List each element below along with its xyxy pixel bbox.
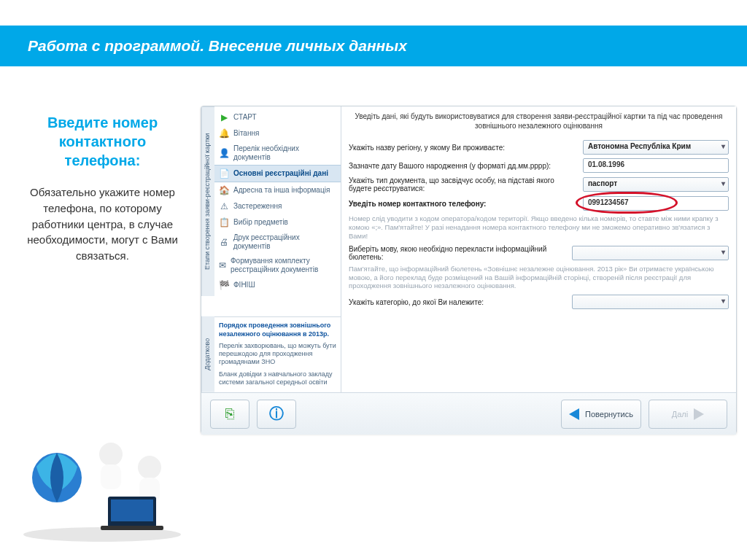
sidebar-item-warnings[interactable]: ⚠Застереження xyxy=(214,198,341,214)
svg-point-2 xyxy=(99,443,123,466)
info-icon: ⓘ xyxy=(269,404,284,424)
warning-icon: ⚠ xyxy=(219,201,229,211)
banner-title: Работа с программой. Внесение личных дан… xyxy=(28,37,407,55)
sidebar-item-subjects[interactable]: 📋Вибір предметів xyxy=(214,214,341,230)
play-icon: ▶ xyxy=(219,112,229,122)
flag-icon: 🏁 xyxy=(219,280,229,290)
exit-button[interactable]: ⎘ xyxy=(210,400,249,429)
person-icon: 👤 xyxy=(219,148,229,158)
instruction-title: Введите номер контактного телефона: xyxy=(20,113,185,170)
lang-hint: Пам'ятайте, що інформаційний бюлетень «З… xyxy=(349,265,729,291)
back-button-label: Повернутись xyxy=(585,410,633,419)
home-icon: 🏠 xyxy=(219,185,229,195)
sidebar-item-label: СТАРТ xyxy=(233,113,257,122)
instruction-panel: Введите номер контактного телефона: Обяз… xyxy=(20,113,185,264)
sidebar-item-label: Формування комплекту реєстраційних докум… xyxy=(231,257,336,274)
sidebar-item-main-data[interactable]: 📄Основні реєстраційні дані xyxy=(214,165,341,182)
info-button[interactable]: ⓘ xyxy=(257,400,296,429)
sidebar-item-label: Вітання xyxy=(233,129,259,138)
sidebar-nav-list: ▶СТАРТ 🔔Вітання 👤Перелік необхідних доку… xyxy=(214,106,341,296)
arrow-right-icon xyxy=(694,408,704,420)
envelope-icon: ✉ xyxy=(219,260,226,271)
svg-rect-3 xyxy=(101,464,121,489)
dob-label: Зазначте дату Вашого народження (у форма… xyxy=(349,162,577,170)
doc-icon: 📄 xyxy=(219,168,229,179)
doc-select[interactable]: паспорт xyxy=(583,177,729,192)
sidebar-item-label: Адресна та інша інформація xyxy=(233,186,330,195)
lang-select[interactable] xyxy=(572,246,729,260)
sidebar-vertical-tab-steps[interactable]: Етапи створення заяви-реєстраційної карт… xyxy=(201,106,214,296)
sidebar-item-address[interactable]: 🏠Адресна та інша інформація xyxy=(214,182,341,198)
next-button[interactable]: Далі xyxy=(649,400,727,429)
sidebar-item-finish[interactable]: 🏁ФІНІШ xyxy=(214,277,341,293)
exit-icon: ⎘ xyxy=(225,405,234,422)
category-label: Укажіть категорію, до якої Ви належите: xyxy=(349,298,566,306)
main-form: Уведіть дані, які будуть використовувати… xyxy=(341,106,736,392)
svg-point-4 xyxy=(138,456,161,479)
back-button[interactable]: Повернутись xyxy=(561,400,641,429)
svg-rect-7 xyxy=(111,499,153,521)
sidebar-item-greeting[interactable]: 🔔Вітання xyxy=(214,125,341,141)
doc-label: Укажіть тип документа, що засвідчує особ… xyxy=(349,176,577,192)
app-window: Етапи створення заяви-реєстраційної карт… xyxy=(201,106,737,434)
category-select[interactable] xyxy=(572,295,729,309)
sidebar-item-label: Друк реєстраційних документів xyxy=(233,233,336,251)
dob-input[interactable]: 01.08.1996 xyxy=(583,158,729,173)
sidebar-item-docs-list[interactable]: 👤Перелік необхідних документів xyxy=(214,141,341,165)
page-banner: Работа с программой. Внесение личных дан… xyxy=(0,26,747,66)
printer-icon: 🖨 xyxy=(219,237,229,247)
phone-hint: Номер слід уводити з кодом оператора/код… xyxy=(349,214,729,241)
instruction-body: Обязательно укажите номер телефона, по к… xyxy=(20,184,185,264)
sidebar-item-label: ФІНІШ xyxy=(233,281,255,289)
sidebar-item-package[interactable]: ✉Формування комплекту реєстраційних доку… xyxy=(214,254,341,277)
sidebar: Етапи створення заяви-реєстраційної карт… xyxy=(201,106,341,392)
app-footer: ⎘ ⓘ Повернутись Далі xyxy=(201,392,736,435)
extra-link-diseases[interactable]: Перелік захворювань, що можуть бути пере… xyxy=(219,342,336,367)
phone-input[interactable]: 0991234567 xyxy=(583,196,729,211)
lang-label: Виберіть мову, якою необхідно перекласти… xyxy=(349,245,566,261)
svg-rect-8 xyxy=(101,526,163,530)
extra-title[interactable]: Порядок проведення зовнішнього незалежно… xyxy=(219,322,336,338)
list-icon: 📋 xyxy=(219,217,229,228)
sidebar-vertical-tab-extra[interactable]: Додатково xyxy=(201,316,214,392)
decor-illustration xyxy=(15,412,190,543)
sidebar-extra-box: Порядок проведення зовнішнього незалежно… xyxy=(214,316,341,392)
sidebar-item-print[interactable]: 🖨Друк реєстраційних документів xyxy=(214,230,341,254)
form-header: Уведіть дані, які будуть використовувати… xyxy=(349,111,729,136)
region-label: Укажіть назву регіону, у якому Ви прожив… xyxy=(349,144,577,152)
sidebar-item-label: Основні реєстраційні дані xyxy=(233,169,328,178)
extra-link-blank[interactable]: Бланк довідки з навчального закладу сист… xyxy=(219,370,336,387)
sidebar-item-start[interactable]: ▶СТАРТ xyxy=(214,109,341,125)
sidebar-item-label: Перелік необхідних документів xyxy=(233,144,336,162)
region-select[interactable]: Автономна Республіка Крим xyxy=(583,140,729,155)
arrow-left-icon xyxy=(569,408,579,420)
phone-label: Уведіть номер контактного телефону: xyxy=(349,200,577,208)
sidebar-item-label: Застереження xyxy=(233,202,282,211)
next-button-label: Далі xyxy=(672,410,688,419)
sidebar-item-label: Вибір предметів xyxy=(233,218,288,227)
bell-icon: 🔔 xyxy=(219,128,229,139)
